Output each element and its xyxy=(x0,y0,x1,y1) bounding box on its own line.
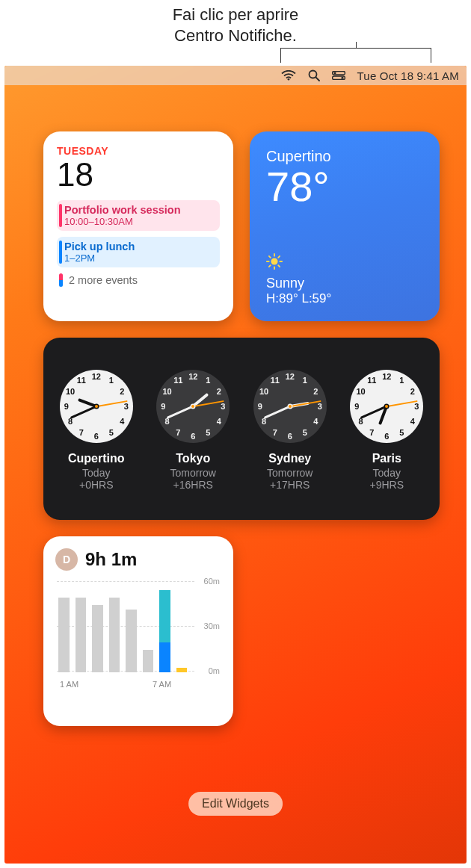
world-clock-city: Sydney xyxy=(245,452,335,465)
world-clock-day: Today xyxy=(342,467,431,479)
x-tick-label: 1 AM xyxy=(60,680,78,689)
world-clock-offset: +9HRS xyxy=(342,479,431,491)
screen-time-bar xyxy=(176,668,188,672)
menubar-datetime[interactable]: Tue Oct 18 9:41 AM xyxy=(357,69,459,82)
weather-temperature: 78° xyxy=(266,165,423,209)
svg-line-15 xyxy=(278,256,280,258)
event-title: Pick up lunch xyxy=(64,241,214,252)
desktop-background: Tue Oct 18 9:41 AM TUESDAY 18 Portfolio … xyxy=(4,66,467,864)
y-tick-label: 30m xyxy=(204,621,220,630)
calendar-event[interactable]: Portfolio work session 10:00–10:30AM xyxy=(57,200,220,231)
clock-face-icon: 123456789101112 xyxy=(350,370,423,443)
world-clock-day: Today xyxy=(52,467,141,479)
more-events-label: 2 more events xyxy=(69,274,138,286)
calendar-more-events[interactable]: 2 more events xyxy=(57,273,220,287)
svg-point-0 xyxy=(287,78,289,81)
svg-point-7 xyxy=(271,258,277,264)
screen-time-bar xyxy=(92,605,103,672)
svg-line-2 xyxy=(315,78,319,81)
world-clock-offset: +16HRS xyxy=(148,479,238,491)
world-clock-city: Paris xyxy=(342,452,431,465)
world-clock-item: 123456789101112ParisToday+9HRS xyxy=(342,370,431,491)
screen-time-bar xyxy=(109,598,120,672)
weather-widget[interactable]: Cupertino 78° Sunny H:89° L:59° xyxy=(250,131,440,321)
screen-time-bar xyxy=(143,650,154,672)
clock-face-icon: 123456789101112 xyxy=(156,370,230,443)
weather-condition: Sunny xyxy=(266,276,331,291)
clock-face-icon: 123456789101112 xyxy=(60,370,133,443)
calendar-event[interactable]: Pick up lunch 1–2PM xyxy=(57,237,220,267)
svg-line-12 xyxy=(269,256,271,258)
weather-hi-lo: H:89° L:59° xyxy=(266,291,331,306)
world-clock-item: 123456789101112CupertinoToday+0HRS xyxy=(52,370,141,491)
screen-time-bar xyxy=(126,610,137,672)
world-clock-day: Tomorrow xyxy=(245,467,335,479)
y-tick-label: 0m xyxy=(209,666,220,675)
screen-time-bar xyxy=(58,598,70,672)
edit-widgets-button[interactable]: Edit Widgets xyxy=(188,792,283,816)
screen-time-chart: 60m 30m 0m 1 AM 7 AM xyxy=(57,577,220,689)
x-tick-label: 7 AM xyxy=(153,680,171,689)
event-time: 1–2PM xyxy=(64,252,214,264)
world-clock-city: Cupertino xyxy=(52,452,141,465)
world-clock-day: Tomorrow xyxy=(148,467,238,479)
event-title: Portfolio work session xyxy=(64,204,214,216)
svg-point-6 xyxy=(341,77,343,79)
svg-line-14 xyxy=(269,265,271,267)
world-clock-item: 123456789101112SydneyTomorrow+17HRS xyxy=(245,370,335,491)
world-clock-offset: +17HRS xyxy=(245,479,335,491)
annotation-text: Fai clic per aprire Centro Notifiche. xyxy=(0,0,471,46)
world-clock-widget[interactable]: 123456789101112CupertinoToday+0HRS123456… xyxy=(43,338,440,520)
screen-time-bar xyxy=(76,598,87,672)
menu-bar: Tue Oct 18 9:41 AM xyxy=(4,66,467,85)
screen-time-bar xyxy=(159,590,170,672)
world-clock-city: Tokyo xyxy=(148,452,238,465)
spotlight-search-icon[interactable] xyxy=(308,69,320,81)
annotation-bracket xyxy=(280,48,431,63)
svg-line-13 xyxy=(278,265,280,267)
calendar-widget[interactable]: TUESDAY 18 Portfolio work session 10:00–… xyxy=(43,131,233,321)
sun-icon xyxy=(266,259,283,272)
wifi-icon[interactable] xyxy=(281,70,296,81)
more-events-marker-icon xyxy=(59,273,63,287)
avatar: D xyxy=(55,548,78,571)
screen-time-total: 9h 1m xyxy=(85,549,137,570)
calendar-day-name: TUESDAY xyxy=(57,145,220,157)
world-clock-item: 123456789101112TokyoTomorrow+16HRS xyxy=(148,370,238,491)
world-clock-offset: +0HRS xyxy=(52,479,141,491)
event-time: 10:00–10:30AM xyxy=(64,216,214,227)
screen-time-widget[interactable]: D 9h 1m 60m 30m 0m 1 AM 7 AM xyxy=(43,536,233,726)
clock-face-icon: 123456789101112 xyxy=(253,370,327,443)
y-tick-label: 60m xyxy=(204,577,220,586)
control-center-icon[interactable] xyxy=(332,71,345,80)
svg-point-4 xyxy=(333,72,336,74)
calendar-day-number: 18 xyxy=(57,158,220,191)
